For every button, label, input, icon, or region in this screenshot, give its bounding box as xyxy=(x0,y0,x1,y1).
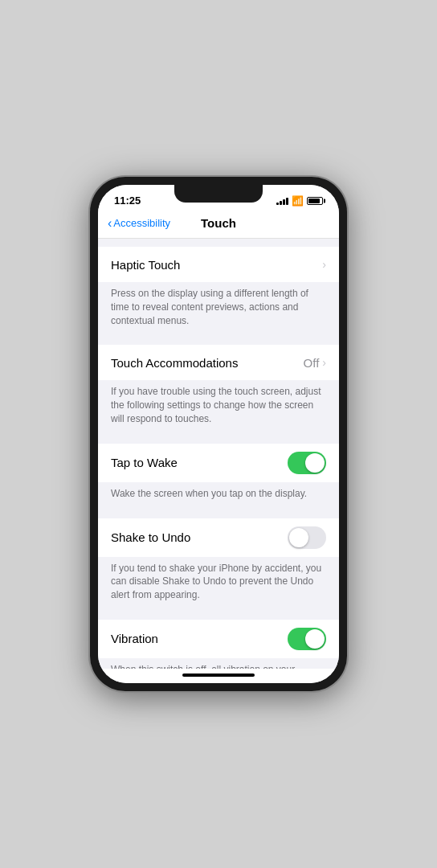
spacer-2 xyxy=(98,337,339,345)
status-time: 11:25 xyxy=(114,194,141,207)
shake-to-undo-knob xyxy=(289,528,308,547)
tap-to-wake-label: Tap to Wake xyxy=(111,456,178,469)
touch-accommodations-description: If you have trouble using the touch scre… xyxy=(98,380,339,435)
notch xyxy=(174,185,263,203)
vibration-row: Vibration xyxy=(98,620,339,658)
touch-accommodations-value: Off xyxy=(304,356,320,370)
home-indicator xyxy=(98,669,339,683)
touch-accommodations-row[interactable]: Touch Accommodations Off › xyxy=(98,345,339,380)
phone-frame: 11:25 📶 ‹ Accessibility Touch xyxy=(90,177,347,691)
back-button[interactable]: ‹ Accessibility xyxy=(108,216,170,231)
haptic-touch-label: Haptic Touch xyxy=(111,258,180,272)
tap-to-wake-toggle[interactable] xyxy=(288,452,326,474)
page-title: Touch xyxy=(201,216,236,230)
tap-to-wake-section: Tap to Wake xyxy=(98,444,339,482)
touch-accommodations-label: Touch Accommodations xyxy=(111,356,238,370)
content-scroll[interactable]: Haptic Touch › Press on the display usin… xyxy=(98,239,339,669)
haptic-touch-section: Haptic Touch › xyxy=(98,247,339,282)
shake-to-undo-row: Shake to Undo xyxy=(98,518,339,557)
touch-accommodations-chevron-icon: › xyxy=(322,356,326,369)
back-label: Accessibility xyxy=(113,217,170,229)
nav-bar: ‹ Accessibility Touch xyxy=(98,210,339,239)
touch-accommodations-section: Touch Accommodations Off › xyxy=(98,345,339,380)
vibration-knob xyxy=(305,629,325,649)
spacer-5 xyxy=(98,612,339,620)
vibration-description: When this switch is off, all vibration o… xyxy=(98,658,339,669)
shake-to-undo-toggle[interactable] xyxy=(288,526,326,549)
shake-to-undo-description: If you tend to shake your iPhone by acci… xyxy=(98,557,339,612)
back-chevron-icon: ‹ xyxy=(108,216,112,231)
signal-bars-icon xyxy=(276,197,288,205)
tap-to-wake-row: Tap to Wake xyxy=(98,444,339,482)
status-icons: 📶 xyxy=(276,195,323,207)
shake-to-undo-section: Shake to Undo xyxy=(98,518,339,557)
tap-to-wake-description: Wake the screen when you tap on the disp… xyxy=(98,482,339,510)
haptic-touch-row[interactable]: Haptic Touch › xyxy=(98,247,339,282)
phone-screen: 11:25 📶 ‹ Accessibility Touch xyxy=(98,185,339,683)
vibration-toggle[interactable] xyxy=(288,628,326,650)
haptic-touch-chevron-icon: › xyxy=(322,258,326,271)
battery-icon xyxy=(307,197,323,205)
spacer-1 xyxy=(98,239,339,247)
touch-accommodations-right: Off › xyxy=(304,356,326,370)
tap-to-wake-knob xyxy=(305,453,325,473)
home-bar xyxy=(182,674,255,677)
vibration-label: Vibration xyxy=(111,632,158,645)
vibration-section: Vibration xyxy=(98,620,339,658)
shake-to-undo-label: Shake to Undo xyxy=(111,530,190,544)
spacer-3 xyxy=(98,436,339,444)
haptic-touch-description: Press on the display using a different l… xyxy=(98,282,339,337)
wifi-icon: 📶 xyxy=(292,195,304,207)
spacer-4 xyxy=(98,510,339,518)
haptic-touch-right: › xyxy=(322,258,326,271)
